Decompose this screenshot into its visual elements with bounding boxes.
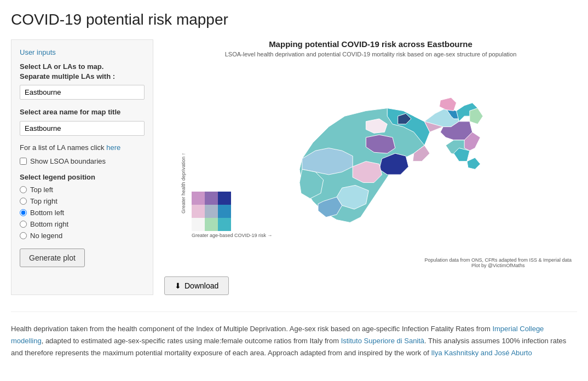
legend-cell-r2c1 <box>192 205 205 218</box>
map-subtitle: LSOA-level health deprivation and potent… <box>164 51 577 57</box>
map-title: Mapping potential COVID-19 risk across E… <box>164 39 577 49</box>
main-content: User inputs Select LA or LAs to map.Sepa… <box>11 39 577 295</box>
radio-top-right-input[interactable] <box>20 198 27 205</box>
legend-y-label: Greater health deprivation ↑ <box>181 203 186 213</box>
download-label: Download <box>185 281 218 290</box>
map-credit-line2: Plot by @VictimOfMaths <box>424 263 572 268</box>
map-svg <box>208 63 577 249</box>
radio-bottom-right: Bottom right <box>20 220 145 228</box>
svg-marker-21 <box>439 97 456 111</box>
radio-top-right-label: Top right <box>30 197 57 205</box>
la-input[interactable]: Eastbourne <box>20 85 145 100</box>
download-icon: ⬇ <box>175 281 181 290</box>
download-button[interactable]: ⬇ Download <box>164 276 229 295</box>
legend-cell-r3c1 <box>192 218 205 231</box>
radio-top-left-input[interactable] <box>20 186 27 193</box>
page-title: COVID-19 potential risk mapper <box>11 11 577 28</box>
radio-bottom-right-label: Bottom right <box>30 220 68 228</box>
legend-radio-group: Top left Top right Bottom left Bottom ri… <box>20 186 145 240</box>
radio-bottom-left-input[interactable] <box>20 209 27 216</box>
la-input-label: Select LA or LAs to map.Separate multipl… <box>20 62 145 82</box>
generate-plot-button[interactable]: Generate plot <box>20 249 85 267</box>
map-credit-line1: Population data from ONS, CFRs adapted f… <box>424 257 572 263</box>
footer-text-1: Health deprivation taken from the health… <box>11 325 492 333</box>
show-lsoa-label: Show LSOA boundaries <box>30 157 106 165</box>
map-credit: Population data from ONS, CFRs adapted f… <box>424 257 572 268</box>
legend-position-label: Select legend position <box>20 173 145 181</box>
radio-bottom-left-label: Bottom left <box>30 209 64 217</box>
footer-text: Health deprivation taken from the health… <box>11 311 577 359</box>
radio-no-legend-input[interactable] <box>20 232 27 239</box>
sidebar-title: User inputs <box>20 48 145 56</box>
la-names-text: For a list of LA names click here <box>20 143 145 152</box>
svg-marker-22 <box>467 158 480 169</box>
footer-text-2: , adapted to estimated age-sex-specific … <box>42 337 341 345</box>
footer-link-italy[interactable]: Istituto Superiore di Sanità <box>341 337 424 345</box>
map-container: Greater health deprivation ↑ Grea <box>164 63 577 271</box>
radio-bottom-right-input[interactable] <box>20 221 27 228</box>
radio-top-right: Top right <box>20 197 145 205</box>
show-lsoa-row: Show LSOA boundaries <box>20 157 145 165</box>
area-name-label: Select area name for map title <box>20 107 145 117</box>
map-area: Mapping potential COVID-19 risk across E… <box>164 39 577 295</box>
svg-marker-6 <box>470 108 483 124</box>
radio-top-left-label: Top left <box>30 186 53 194</box>
radio-no-legend: No legend <box>20 232 145 240</box>
radio-no-legend-label: No legend <box>30 232 62 240</box>
show-lsoa-checkbox[interactable] <box>20 158 27 165</box>
la-names-link[interactable]: here <box>106 143 120 152</box>
area-name-input[interactable]: Eastbourne <box>20 121 145 136</box>
footer-link-ilya[interactable]: Ilya Kashnitsky and José Aburto <box>431 349 532 357</box>
radio-bottom-left: Bottom left <box>20 209 145 217</box>
radio-top-left: Top left <box>20 186 145 194</box>
legend-cell-r1c1 <box>192 192 205 205</box>
sidebar: User inputs Select LA or LAs to map.Sepa… <box>11 39 153 295</box>
